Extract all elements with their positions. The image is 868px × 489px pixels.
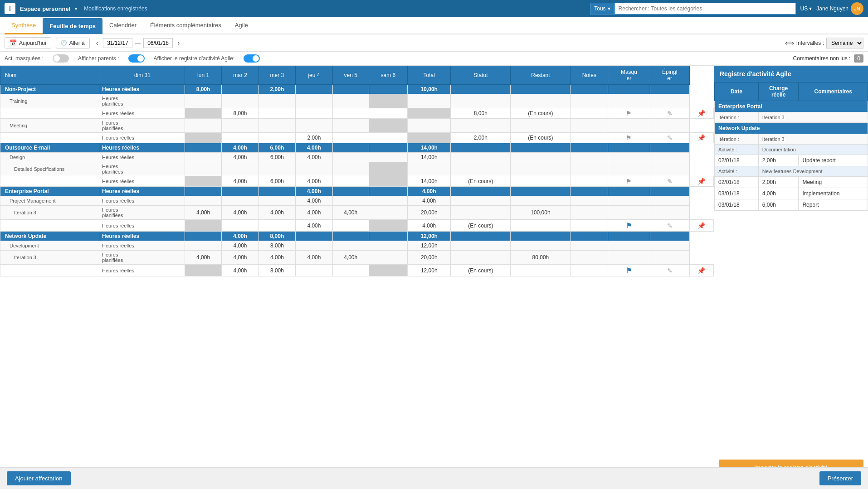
col-header-restant: Restant: [511, 66, 571, 85]
workspace-dropdown-icon[interactable]: ▾: [75, 6, 77, 11]
flag-icon: ⚑: [626, 134, 632, 141]
flag-icon: ⚑: [626, 178, 632, 185]
afficher-registre-toggle[interactable]: [244, 54, 260, 63]
table-row: Training Heuresplanifiées: [0, 94, 714, 108]
pin-red-icon: 📌: [697, 134, 705, 141]
edit-icon: ✎: [667, 222, 673, 229]
locale-dropdown-icon: ▾: [809, 5, 812, 12]
filter-label: Tous: [594, 5, 605, 12]
agile-section-enterprise: Enterprise Portal: [715, 101, 868, 112]
today-button[interactable]: 📅 Aujourd'hui: [5, 37, 51, 48]
edit-icon: ✎: [667, 267, 673, 274]
agile-iteration-row: Itération : Iteration 3: [715, 134, 868, 145]
col-header-sam6: sam 6: [369, 66, 408, 85]
row-nom: Development: [0, 241, 100, 251]
table-row: Heures réelles 4,00h 6,00h 4,00h 14,00h …: [0, 176, 714, 187]
act-masquees-toggle[interactable]: [53, 54, 69, 63]
row-nom: Outsource E-mail: [0, 143, 100, 153]
date-range: ‹ — ›: [94, 38, 182, 48]
col-header-mar2: mar 2: [222, 66, 258, 85]
agile-section-network: Network Update: [715, 123, 868, 134]
table-row: Non-Project Heures réelles 8,00h 2,00h 1…: [0, 85, 714, 94]
date-to-input[interactable]: [143, 38, 173, 48]
col-header-statut: Statut: [451, 66, 511, 85]
flag-blue-icon: ⚑: [626, 222, 632, 229]
afficher-registre-label: Afficher le registre d'activité Agile:: [154, 55, 235, 62]
agile-panel: Registre d'activité Agile Date Chargerée…: [714, 66, 868, 480]
agile-activity-row: Activité : Documentation: [715, 145, 868, 155]
table-row: Iteration 3 Heuresplanifiées 4,00h 4,00h…: [0, 206, 714, 220]
table-row: Meeting Heuresplanifiées: [0, 119, 714, 133]
col-header-dim31: dim 31: [100, 66, 185, 85]
agile-iteration-row: Itération : Iteration 3: [715, 112, 868, 123]
unread-badge: 0: [854, 54, 863, 63]
agile-col-date: Date: [715, 82, 759, 101]
goto-button[interactable]: 🕐 Aller à: [56, 38, 90, 48]
table-row: Heures réelles 2,00h 2,00h (En cours) ⚑ …: [0, 133, 714, 143]
timesheet-table: Nom dim 31 lun 1 mar 2 mer 3 jeu 4 ven 5…: [0, 66, 714, 276]
agile-activity-row: Activité : New features Development: [715, 166, 868, 177]
edit-icon: ✎: [667, 178, 673, 185]
app-logo: I: [5, 3, 15, 14]
interval-select[interactable]: Semaine Jour Mois: [826, 38, 863, 48]
save-status: Modifications enregistrées: [84, 5, 147, 12]
table-row: Design Heures réelles 4,00h 6,00h 4,00h …: [0, 153, 714, 162]
tab-synthese[interactable]: Synthèse: [5, 17, 43, 34]
col-header-nom: Nom: [0, 66, 100, 85]
table-row: Network Update Heures réelles 4,00h 8,00…: [0, 232, 714, 241]
agile-col-comments: Commentaires: [799, 82, 868, 101]
edit-icon: ✎: [667, 134, 673, 141]
pin-icon: 📌: [697, 222, 705, 229]
row-nom: Detailed Specifications: [0, 162, 100, 176]
table-row: Enterprise Portal Heures réelles 4,00h 4…: [0, 187, 714, 196]
pin-red-icon: 📌: [697, 178, 705, 185]
search-input[interactable]: [614, 3, 796, 15]
afficher-parents-label: Afficher parents :: [78, 55, 119, 62]
add-affectation-button[interactable]: Ajouter affectation: [7, 471, 71, 480]
main-layout: Nom dim 31 lun 1 mar 2 mer 3 jeu 4 ven 5…: [0, 66, 868, 480]
act-masquees-label: Act. masquées :: [5, 55, 44, 62]
unread-section: Commentaires non lus : 0: [793, 54, 863, 63]
row-label: Heures réelles: [100, 85, 185, 94]
table-row: Heures réelles 8,00h 8,00h (En cours) ⚑ …: [0, 108, 714, 119]
filter-dropdown-icon: ▾: [608, 5, 610, 12]
user-menu[interactable]: Jane Nguyen JN: [816, 2, 863, 15]
agile-data-row: 02/01/18 2,00h Update report: [715, 155, 868, 166]
locale-selector[interactable]: US ▾: [800, 5, 812, 12]
table-row: Iteration 3 Heuresplanifiées 4,00h 4,00h…: [0, 251, 714, 265]
tab-agile[interactable]: Agile: [228, 17, 255, 34]
table-row: Development Heures réelles 4,00h 8,00h 1…: [0, 241, 714, 251]
next-date-arrow[interactable]: ›: [176, 39, 181, 47]
top-bar: I Espace personnel ▾ Modifications enreg…: [0, 0, 868, 17]
pin-icon: 📌: [697, 267, 705, 274]
toggle-row: Act. masquées : Afficher parents : Affic…: [0, 52, 868, 66]
table-row: Project Management Heures réelles 4,00h …: [0, 196, 714, 206]
interval-section: ⟺ Intervalles : Semaine Jour Mois: [785, 38, 863, 48]
col-header-ven5: ven 5: [332, 66, 369, 85]
tab-calendrier[interactable]: Calendrier: [102, 17, 143, 34]
agile-data-row: 03/01/18 6,00h Report: [715, 199, 868, 211]
table-row: Outsource E-mail Heures réelles 4,00h 6,…: [0, 143, 714, 153]
presenter-button[interactable]: Présenter: [819, 471, 861, 480]
tab-bar: Synthèse Feuille de temps Calendrier Élé…: [0, 17, 868, 34]
prev-date-arrow[interactable]: ‹: [94, 39, 100, 47]
workspace-title[interactable]: Espace personnel: [20, 5, 70, 12]
table-row: Heures réelles 4,00h 4,00h (En cours) ⚑ …: [0, 220, 714, 232]
filter-button[interactable]: Tous ▾: [590, 3, 614, 15]
table-row: Heures réelles 4,00h 8,00h 12,00h (En co…: [0, 265, 714, 276]
date-from-input[interactable]: [103, 38, 132, 48]
tab-feuille[interactable]: Feuille de temps: [43, 18, 102, 34]
table-row: Detailed Specifications Heuresplanifiées: [0, 162, 714, 176]
tab-elements[interactable]: Éléments complémentaires: [143, 17, 228, 34]
row-nom: Training: [0, 94, 100, 108]
agile-data-row: 03/01/18 4,00h Implementation: [715, 188, 868, 199]
col-header-jeu4: jeu 4: [296, 66, 332, 85]
afficher-parents-toggle[interactable]: [128, 54, 145, 63]
toolbar: 📅 Aujourd'hui 🕐 Aller à ‹ — › ⟺ Interval…: [0, 34, 868, 52]
pin-icon: 📌: [697, 110, 705, 117]
col-header-total: Total: [408, 66, 451, 85]
flag-icon: ⚑: [626, 110, 632, 117]
col-header-epingler: Épingler: [650, 66, 689, 85]
agile-panel-title: Registre d'activité Agile: [714, 66, 868, 82]
row-nom: Iteration 3: [0, 251, 100, 265]
